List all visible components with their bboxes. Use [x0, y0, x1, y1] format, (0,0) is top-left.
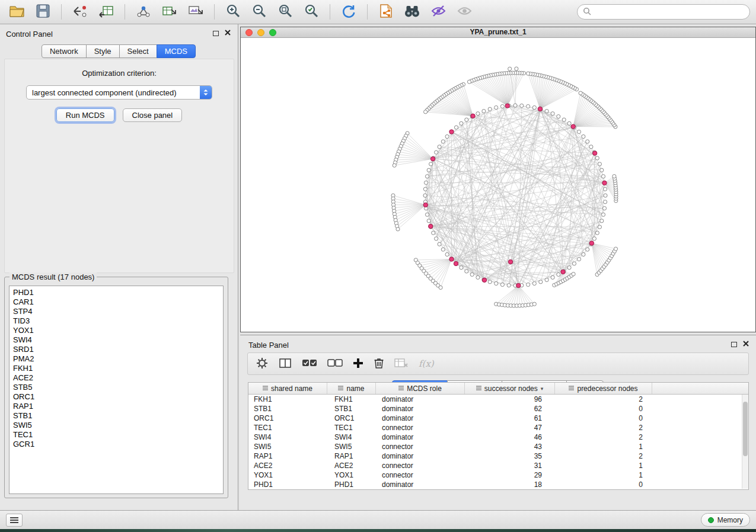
column-header-successor-nodes[interactable]: successor nodes▾ [465, 383, 555, 394]
main-toolbar [0, 0, 756, 24]
column-header-name[interactable]: name [327, 383, 376, 394]
table-cell: 2 [555, 395, 652, 404]
mcds-result-item[interactable]: SRD1 [9, 345, 223, 354]
table-settings-button[interactable] [256, 357, 269, 371]
mcds-result-item[interactable]: SWI5 [9, 421, 223, 430]
table-row[interactable]: ORC1ORC1dominator610 [248, 414, 748, 423]
column-header-mcds-role[interactable]: MCDS role [376, 383, 465, 394]
table-cell: ORC1 [248, 414, 327, 423]
column-header-predecessor-nodes[interactable]: predecessor nodes [555, 383, 652, 394]
table-cell: SWI5 [248, 442, 327, 451]
column-type-icon [338, 386, 343, 391]
mcds-result-item[interactable]: STB5 [9, 383, 223, 392]
table-row[interactable]: SWI5SWI5connector431 [248, 442, 748, 451]
mcds-result-item[interactable]: FKH1 [9, 364, 223, 373]
window-minimize-button[interactable] [257, 29, 264, 36]
task-history-button[interactable] [6, 514, 23, 527]
table-row[interactable]: STB1STB1dominator620 [248, 404, 748, 414]
table-cell: 31 [465, 461, 555, 470]
desktop-background-sliver [0, 529, 756, 532]
table-row[interactable]: ACE2ACE2connector311 [248, 461, 748, 470]
zoom-out-icon [252, 4, 267, 20]
mcds-result-item[interactable]: STB1 [9, 411, 223, 421]
search-network-button[interactable] [401, 2, 423, 21]
table-scrollbar[interactable] [742, 395, 748, 489]
checked-boxes-icon [302, 357, 317, 371]
network-graph-svg[interactable] [241, 38, 754, 331]
open-file-button[interactable] [6, 2, 27, 21]
show-columns-button[interactable] [279, 357, 292, 371]
import-table-button[interactable] [95, 2, 117, 21]
show-all-button[interactable] [454, 2, 475, 21]
mcds-result-item[interactable]: GCR1 [9, 440, 223, 449]
import-network-button[interactable] [69, 2, 91, 21]
table-row[interactable]: PHD1PHD1dominator180 [248, 480, 748, 489]
run-mcds-button[interactable]: Run MCDS [56, 108, 114, 122]
tab-style[interactable]: Style [86, 44, 120, 58]
function-builder-button[interactable]: f(x) [419, 358, 434, 369]
memory-label: Memory [717, 516, 743, 524]
mcds-result-item[interactable]: ACE2 [9, 373, 223, 383]
save-session-button[interactable] [32, 2, 53, 21]
mcds-result-item[interactable]: TID3 [9, 316, 223, 326]
zoom-out-button[interactable] [248, 2, 270, 21]
export-image-button[interactable] [185, 2, 206, 21]
export-table-button[interactable] [159, 2, 180, 21]
mcds-result-item[interactable]: CAR1 [9, 297, 223, 307]
zoom-selected-button[interactable] [301, 2, 322, 21]
mcds-result-item[interactable]: PMA2 [9, 354, 223, 364]
zoom-fit-button[interactable] [275, 2, 296, 21]
window-close-button[interactable] [245, 29, 253, 36]
mcds-result-item[interactable]: STP4 [9, 307, 223, 316]
column-header-shared-name[interactable]: shared name [248, 383, 327, 394]
clone-network-button[interactable] [375, 2, 397, 21]
add-column-button[interactable] [353, 358, 363, 370]
table-row[interactable]: FKH1FKH1dominator962 [248, 395, 748, 404]
table-cell: 2 [555, 451, 652, 461]
search-input[interactable] [594, 8, 744, 16]
table-cell: connector [376, 442, 465, 451]
close-mcds-panel-button[interactable]: Close panel [123, 108, 183, 122]
delete-column-button[interactable] [374, 357, 384, 371]
mcds-result-item[interactable]: YOX1 [9, 326, 223, 335]
mcds-result-item[interactable]: ORC1 [9, 392, 223, 402]
table-row[interactable]: SWI4SWI4dominator462 [248, 432, 748, 442]
table-row[interactable]: RAP1RAP1dominator352 [248, 451, 748, 461]
mcds-result-item[interactable]: RAP1 [9, 402, 223, 411]
table-cell: dominator [376, 395, 465, 404]
zoom-fit-icon [278, 4, 293, 20]
tab-network[interactable]: Network [42, 44, 87, 58]
zoom-in-button[interactable] [222, 2, 244, 21]
mcds-result-item[interactable]: TEC1 [9, 430, 223, 440]
table-row[interactable]: TEC1TEC1connector472 [248, 423, 748, 432]
column-type-icon [569, 386, 574, 391]
table-scrollbar-thumb[interactable] [743, 402, 748, 456]
mcds-result-item[interactable]: PHD1 [9, 288, 223, 297]
select-all-button[interactable] [302, 357, 317, 371]
optimization-criterion-dropdown[interactable]: largest connected component (undirected) [26, 85, 212, 100]
tab-select[interactable]: Select [119, 44, 157, 58]
window-maximize-button[interactable] [269, 29, 276, 36]
close-table-panel-icon[interactable] [743, 341, 749, 347]
mcds-result-list[interactable]: PHD1CAR1STP4TID3YOX1SWI4SRD1PMA2FKH1ACE2… [9, 286, 224, 494]
memory-button[interactable]: Memory [701, 513, 750, 527]
tab-mcds[interactable]: MCDS [157, 44, 196, 58]
float-panel-icon[interactable] [213, 31, 219, 36]
network-window-title: YPA_prune.txt_1 [241, 27, 755, 37]
network-window-titlebar[interactable]: YPA_prune.txt_1 [241, 27, 755, 38]
hide-selected-button[interactable] [428, 2, 449, 21]
table-panel-title: Table Panel [248, 341, 289, 350]
binoculars-icon [403, 4, 421, 20]
clone-network-icon [379, 4, 393, 20]
search-box[interactable] [577, 4, 750, 20]
close-panel-icon[interactable] [225, 30, 231, 36]
deselect-all-button[interactable] [327, 357, 343, 371]
export-network-button[interactable] [133, 2, 154, 21]
refresh-view-button[interactable] [338, 2, 359, 21]
delete-table-button[interactable] [394, 357, 409, 371]
mcds-result-item[interactable]: SWI4 [9, 335, 223, 345]
export-network-icon [136, 4, 151, 20]
table-row[interactable]: YOX1YOX1connector291 [248, 470, 748, 480]
float-table-panel-icon[interactable] [731, 342, 737, 347]
network-canvas[interactable] [241, 38, 755, 332]
